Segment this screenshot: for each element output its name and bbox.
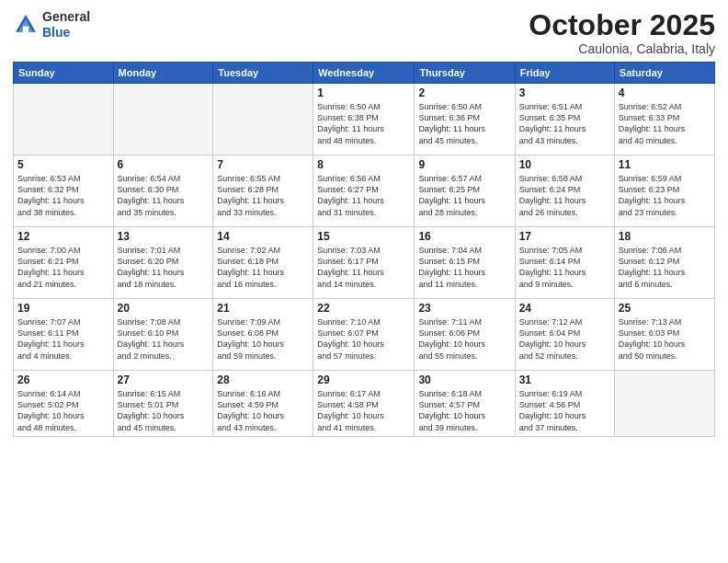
day-number: 23: [418, 302, 510, 315]
day-number: 30: [418, 373, 510, 386]
header-sunday: Sunday: [14, 63, 114, 84]
table-row: 11Sunrise: 6:59 AM Sunset: 6:23 PM Dayli…: [614, 155, 714, 227]
logo-icon: [13, 12, 39, 38]
table-row: 31Sunrise: 6:19 AM Sunset: 4:56 PM Dayli…: [515, 371, 614, 437]
day-number: 14: [217, 230, 309, 243]
header-thursday: Thursday: [415, 63, 515, 84]
table-row: [614, 371, 714, 437]
day-number: 28: [217, 373, 309, 386]
table-row: 29Sunrise: 6:17 AM Sunset: 4:58 PM Dayli…: [313, 371, 415, 437]
day-number: 18: [619, 230, 711, 243]
table-row: 27Sunrise: 6:15 AM Sunset: 5:01 PM Dayli…: [113, 371, 213, 437]
day-number: 22: [317, 302, 410, 315]
table-row: 23Sunrise: 7:11 AM Sunset: 6:06 PM Dayli…: [415, 299, 515, 371]
header-wednesday: Wednesday: [313, 63, 415, 84]
table-row: 12Sunrise: 7:00 AM Sunset: 6:21 PM Dayli…: [14, 227, 114, 299]
day-number: 25: [619, 302, 711, 315]
day-info: Sunrise: 6:57 AM Sunset: 6:25 PM Dayligh…: [418, 173, 510, 218]
header-saturday: Saturday: [614, 63, 714, 84]
day-number: 15: [317, 230, 410, 243]
day-info: Sunrise: 6:50 AM Sunset: 6:36 PM Dayligh…: [418, 101, 510, 146]
day-number: 8: [317, 158, 410, 171]
day-info: Sunrise: 7:03 AM Sunset: 6:17 PM Dayligh…: [317, 245, 410, 290]
day-info: Sunrise: 6:50 AM Sunset: 6:38 PM Dayligh…: [317, 101, 410, 146]
table-row: 9Sunrise: 6:57 AM Sunset: 6:25 PM Daylig…: [415, 155, 515, 227]
day-info: Sunrise: 6:53 AM Sunset: 6:32 PM Dayligh…: [17, 173, 109, 218]
day-number: 5: [17, 158, 109, 171]
table-row: 8Sunrise: 6:56 AM Sunset: 6:27 PM Daylig…: [313, 155, 415, 227]
svg-rect-2: [23, 26, 28, 31]
month-title: October 2025: [529, 9, 715, 41]
day-info: Sunrise: 7:11 AM Sunset: 6:06 PM Dayligh…: [418, 316, 510, 362]
day-info: Sunrise: 7:07 AM Sunset: 6:11 PM Dayligh…: [17, 316, 109, 362]
day-info: Sunrise: 6:18 AM Sunset: 4:57 PM Dayligh…: [418, 388, 510, 433]
table-row: 17Sunrise: 7:05 AM Sunset: 6:14 PM Dayli…: [515, 227, 614, 299]
day-info: Sunrise: 7:08 AM Sunset: 6:10 PM Dayligh…: [118, 316, 210, 362]
day-info: Sunrise: 7:04 AM Sunset: 6:15 PM Dayligh…: [418, 245, 510, 290]
calendar-row-2: 12Sunrise: 7:00 AM Sunset: 6:21 PM Dayli…: [14, 227, 715, 299]
day-number: 27: [118, 373, 210, 386]
table-row: 19Sunrise: 7:07 AM Sunset: 6:11 PM Dayli…: [14, 299, 114, 371]
day-number: 9: [418, 158, 510, 171]
calendar-row-3: 19Sunrise: 7:07 AM Sunset: 6:11 PM Dayli…: [14, 299, 715, 371]
day-number: 21: [217, 302, 309, 315]
day-info: Sunrise: 7:12 AM Sunset: 6:04 PM Dayligh…: [519, 316, 610, 362]
logo-text: General Blue: [42, 9, 90, 40]
header-tuesday: Tuesday: [213, 63, 313, 84]
table-row: 25Sunrise: 7:13 AM Sunset: 6:03 PM Dayli…: [614, 299, 714, 371]
table-row: [14, 84, 114, 155]
table-row: 21Sunrise: 7:09 AM Sunset: 6:08 PM Dayli…: [213, 299, 313, 371]
table-row: 22Sunrise: 7:10 AM Sunset: 6:07 PM Dayli…: [313, 299, 415, 371]
day-info: Sunrise: 6:54 AM Sunset: 6:30 PM Dayligh…: [118, 173, 210, 218]
table-row: 2Sunrise: 6:50 AM Sunset: 6:36 PM Daylig…: [415, 84, 515, 155]
table-row: 13Sunrise: 7:01 AM Sunset: 6:20 PM Dayli…: [113, 227, 213, 299]
table-row: 20Sunrise: 7:08 AM Sunset: 6:10 PM Dayli…: [113, 299, 213, 371]
day-info: Sunrise: 7:06 AM Sunset: 6:12 PM Dayligh…: [619, 245, 711, 290]
day-number: 29: [317, 373, 410, 386]
logo-blue: Blue: [42, 25, 70, 40]
day-number: 4: [619, 86, 711, 99]
day-info: Sunrise: 6:19 AM Sunset: 4:56 PM Dayligh…: [519, 388, 610, 433]
day-number: 17: [519, 230, 610, 243]
day-info: Sunrise: 6:56 AM Sunset: 6:27 PM Dayligh…: [317, 173, 410, 218]
day-number: 12: [17, 230, 109, 243]
table-row: 30Sunrise: 6:18 AM Sunset: 4:57 PM Dayli…: [415, 371, 515, 437]
table-row: 28Sunrise: 6:16 AM Sunset: 4:59 PM Dayli…: [213, 371, 313, 437]
table-row: 10Sunrise: 6:58 AM Sunset: 6:24 PM Dayli…: [515, 155, 614, 227]
day-info: Sunrise: 6:14 AM Sunset: 5:02 PM Dayligh…: [17, 388, 109, 433]
day-info: Sunrise: 6:59 AM Sunset: 6:23 PM Dayligh…: [619, 173, 711, 218]
day-info: Sunrise: 6:55 AM Sunset: 6:28 PM Dayligh…: [217, 173, 309, 218]
day-info: Sunrise: 7:09 AM Sunset: 6:08 PM Dayligh…: [217, 316, 309, 362]
day-info: Sunrise: 7:02 AM Sunset: 6:18 PM Dayligh…: [217, 245, 309, 290]
table-row: 26Sunrise: 6:14 AM Sunset: 5:02 PM Dayli…: [14, 371, 114, 437]
day-info: Sunrise: 6:51 AM Sunset: 6:35 PM Dayligh…: [519, 101, 610, 146]
day-info: Sunrise: 6:15 AM Sunset: 5:01 PM Dayligh…: [118, 388, 210, 433]
logo-general: General: [42, 9, 90, 24]
logo: General Blue: [13, 9, 90, 40]
day-number: 1: [317, 86, 410, 99]
day-number: 31: [519, 373, 610, 386]
header-friday: Friday: [515, 63, 614, 84]
day-info: Sunrise: 6:58 AM Sunset: 6:24 PM Dayligh…: [519, 173, 610, 218]
day-info: Sunrise: 7:01 AM Sunset: 6:20 PM Dayligh…: [118, 245, 210, 290]
table-row: 18Sunrise: 7:06 AM Sunset: 6:12 PM Dayli…: [614, 227, 714, 299]
weekday-header-row: Sunday Monday Tuesday Wednesday Thursday…: [14, 63, 715, 84]
table-row: [213, 84, 313, 155]
calendar-row-0: 1Sunrise: 6:50 AM Sunset: 6:38 PM Daylig…: [14, 84, 715, 155]
day-number: 16: [418, 230, 510, 243]
table-row: 3Sunrise: 6:51 AM Sunset: 6:35 PM Daylig…: [515, 84, 614, 155]
table-row: 5Sunrise: 6:53 AM Sunset: 6:32 PM Daylig…: [14, 155, 114, 227]
day-number: 3: [519, 86, 610, 99]
title-block: October 2025 Caulonia, Calabria, Italy: [529, 9, 715, 56]
day-number: 6: [118, 158, 210, 171]
table-row: 7Sunrise: 6:55 AM Sunset: 6:28 PM Daylig…: [213, 155, 313, 227]
calendar-table: Sunday Monday Tuesday Wednesday Thursday…: [13, 62, 715, 437]
day-number: 19: [17, 302, 109, 315]
table-row: 14Sunrise: 7:02 AM Sunset: 6:18 PM Dayli…: [213, 227, 313, 299]
calendar-row-4: 26Sunrise: 6:14 AM Sunset: 5:02 PM Dayli…: [14, 371, 715, 437]
day-info: Sunrise: 7:05 AM Sunset: 6:14 PM Dayligh…: [519, 245, 610, 290]
calendar-row-1: 5Sunrise: 6:53 AM Sunset: 6:32 PM Daylig…: [14, 155, 715, 227]
header-monday: Monday: [113, 63, 213, 84]
table-row: 6Sunrise: 6:54 AM Sunset: 6:30 PM Daylig…: [113, 155, 213, 227]
page-container: General Blue October 2025 Caulonia, Cala…: [0, 0, 728, 563]
